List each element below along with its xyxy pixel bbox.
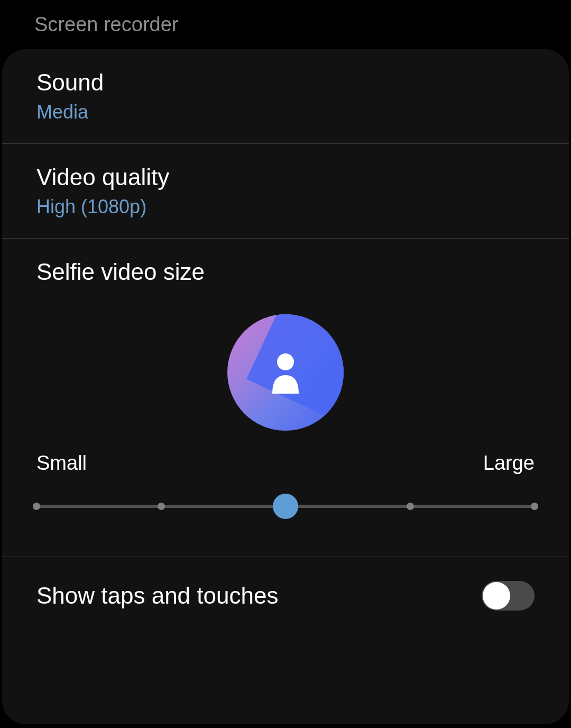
settings-panel: Sound Media Video quality High (1080p) S…: [2, 49, 569, 724]
selfie-preview-container: [36, 314, 535, 431]
page-title: Screen recorder: [0, 0, 571, 49]
sound-value: Media: [36, 101, 535, 123]
show-taps-setting-row: Show taps and touches: [2, 557, 569, 634]
selfie-size-slider[interactable]: [36, 493, 535, 520]
slider-tick: [158, 503, 165, 510]
video-quality-value: High (1080p): [36, 196, 535, 218]
selfie-video-size-section: Selfie video size Small Large: [2, 239, 569, 557]
show-taps-label: Show taps and touches: [36, 583, 278, 609]
video-quality-label: Video quality: [36, 164, 535, 190]
show-taps-toggle[interactable]: [482, 581, 535, 611]
selfie-size-label: Selfie video size: [36, 259, 535, 285]
svg-point-0: [277, 353, 294, 370]
toggle-knob: [483, 582, 510, 609]
person-icon: [267, 351, 304, 394]
slider-tick: [531, 503, 538, 510]
slider-tick: [33, 503, 40, 510]
selfie-preview-avatar: [227, 314, 344, 431]
slider-track: [36, 505, 535, 508]
slider-min-label: Small: [36, 452, 87, 475]
slider-max-label: Large: [483, 452, 535, 475]
sound-setting-row[interactable]: Sound Media: [2, 49, 569, 144]
slider-thumb[interactable]: [273, 494, 298, 519]
slider-labels: Small Large: [36, 452, 535, 475]
slider-tick: [407, 503, 414, 510]
video-quality-setting-row[interactable]: Video quality High (1080p): [2, 144, 569, 239]
sound-label: Sound: [36, 69, 535, 96]
